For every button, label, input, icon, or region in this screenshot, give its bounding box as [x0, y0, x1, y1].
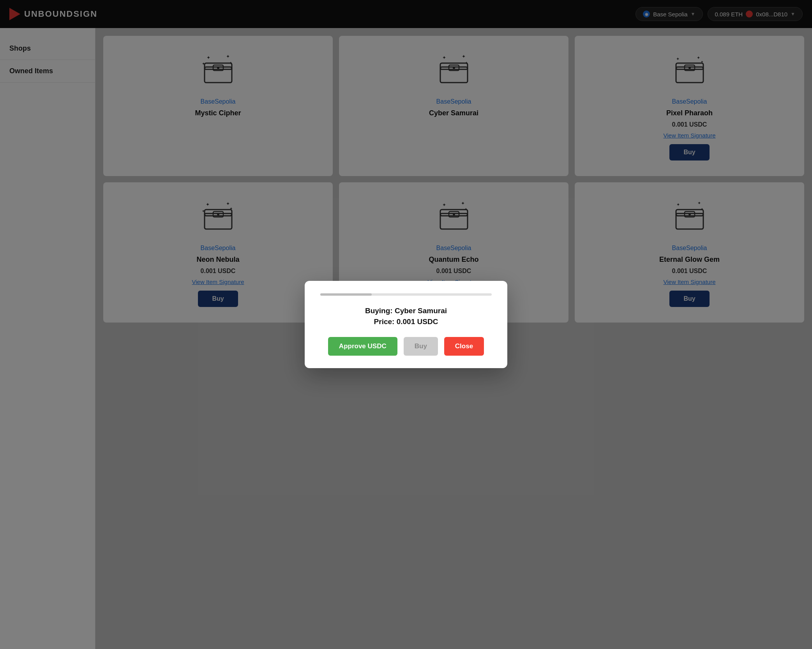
buy-modal: Buying: Cyber Samurai Price: 0.001 USDC …	[305, 281, 507, 368]
modal-price-text: Price: 0.001 USDC	[320, 317, 492, 326]
modal-progress-bar-container	[320, 293, 492, 296]
approve-usdc-button[interactable]: Approve USDC	[328, 337, 397, 356]
modal-progress-bar	[320, 293, 372, 296]
modal-overlay: Buying: Cyber Samurai Price: 0.001 USDC …	[0, 0, 812, 649]
modal-actions: Approve USDC Buy Close	[320, 337, 492, 356]
modal-close-button[interactable]: Close	[444, 337, 484, 356]
modal-buy-button: Buy	[404, 337, 438, 356]
modal-buying-text: Buying: Cyber Samurai	[320, 307, 492, 315]
